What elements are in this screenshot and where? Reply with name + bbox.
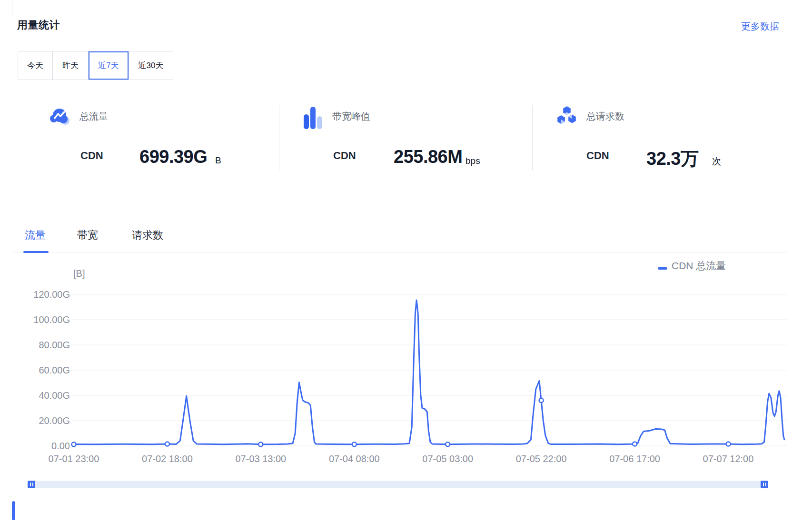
data-point-marker — [258, 442, 263, 446]
pause-icon — [765, 483, 766, 486]
data-point-marker — [165, 442, 169, 446]
y-axis-tick-label: 0.00 — [51, 441, 70, 451]
x-axis-tick-label: 07-03 13:00 — [235, 453, 286, 464]
usage-statistics-panel: 用量统计 更多数据 今天 昨天 近7天 近30天 总流量 CDN 699.39G… — [0, 0, 812, 524]
y-axis-tick-label: 120.00G — [33, 289, 70, 300]
traffic-line-chart[interactable]: 120.00G100.00G80.00G60.00G40.00G20.00G0.… — [0, 0, 812, 524]
chart-zoom-slider[interactable] — [28, 481, 768, 488]
y-axis-tick-label: 80.00G — [39, 340, 70, 350]
data-point-marker — [539, 398, 544, 403]
data-point-marker — [72, 442, 76, 446]
data-point-marker — [726, 442, 731, 446]
y-axis-tick-label: 60.00G — [39, 365, 70, 375]
x-axis-tick-label: 07-04 08:00 — [329, 453, 380, 464]
data-point-marker — [633, 442, 637, 446]
pause-icon — [32, 483, 33, 486]
y-axis-tick-label: 100.00G — [33, 314, 70, 325]
data-point-marker — [446, 442, 450, 446]
x-axis-tick-label: 07-05 03:00 — [422, 453, 473, 464]
data-point-marker — [352, 442, 356, 446]
x-axis-tick-label: 07-05 22:00 — [516, 453, 567, 464]
slider-left-handle[interactable] — [28, 481, 35, 488]
x-axis-tick-label: 07-01 23:00 — [49, 453, 99, 464]
x-axis-tick-label: 07-07 12:00 — [703, 453, 754, 464]
page-scrollbar-thumb[interactable] — [12, 501, 15, 520]
x-axis-tick-label: 07-06 17:00 — [609, 453, 660, 464]
y-axis-tick-label: 40.00G — [39, 390, 70, 401]
slider-right-handle[interactable] — [761, 481, 768, 488]
pause-icon — [763, 483, 764, 486]
cdn-traffic-series-line — [72, 300, 784, 444]
y-axis-tick-label: 20.00G — [39, 415, 70, 426]
x-axis-tick-label: 07-02 18:00 — [142, 453, 193, 464]
pause-icon — [30, 483, 31, 486]
